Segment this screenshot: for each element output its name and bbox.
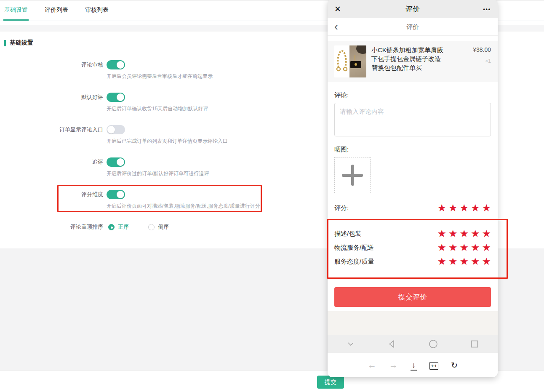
product-card: 小CK链条加粗加宽单肩腋下包手提包金属链子改造替换包包配件单买 ¥38.00 ×…	[328, 41, 498, 82]
download-icon[interactable]: ↓	[411, 361, 417, 371]
section-accent-bar	[4, 40, 6, 46]
photo-upload-button[interactable]	[334, 157, 371, 193]
sort-option-descending[interactable]: 倒序	[148, 223, 169, 231]
comment-audit-toggle[interactable]	[107, 60, 125, 69]
more-menu-icon[interactable]: •••	[474, 6, 491, 12]
star-icon[interactable]: ★	[471, 243, 480, 252]
wechat-titlebar: ✕ 评价 •••	[328, 0, 498, 18]
setting-label: 评论置顶排序	[0, 223, 103, 231]
navbar-title: 评价	[328, 18, 498, 36]
plus-icon	[351, 165, 354, 186]
star-icon[interactable]: ★	[482, 257, 491, 266]
dimension-label: 描述/包装	[334, 230, 361, 238]
order-comment-entry-toggle[interactable]	[107, 125, 125, 134]
product-price: ¥38.00	[473, 46, 491, 53]
dimension-star-rating[interactable]: ★★★★★	[435, 229, 491, 238]
star-icon[interactable]: ★	[482, 203, 491, 213]
setting-label: 评分维度	[0, 191, 103, 198]
rating-dimensions-list: 描述/包装 ★★★★★ 物流服务/配送 ★★★★★ 服务态度/质量 ★★★★★	[334, 229, 491, 270]
comment-input[interactable]	[334, 103, 491, 136]
default-good-review-toggle[interactable]	[107, 93, 125, 102]
rating-label: 评分:	[334, 204, 349, 212]
photo-label: 晒图:	[328, 146, 498, 154]
rating-dimensions-toggle[interactable]	[107, 190, 125, 199]
dimension-row-logistics-delivery: 物流服务/配送 ★★★★★	[334, 243, 491, 253]
close-icon[interactable]: ✕	[334, 4, 351, 14]
star-icon[interactable]: ★	[471, 203, 480, 213]
star-icon[interactable]: ★	[482, 229, 491, 238]
phone-navbar: ‹ 评价	[328, 18, 498, 36]
dimension-label: 物流服务/配送	[334, 244, 374, 252]
chevron-down-icon[interactable]	[345, 339, 356, 349]
product-quantity: ×1	[473, 58, 491, 64]
star-icon[interactable]: ★	[448, 243, 458, 252]
star-icon[interactable]: ★	[437, 243, 446, 252]
radio-label: 倒序	[158, 223, 169, 231]
phone-page-title: 评价	[351, 4, 474, 14]
dimension-row-service-quality: 服务态度/质量 ★★★★★	[334, 256, 491, 267]
star-icon[interactable]: ★	[459, 203, 469, 213]
star-icon[interactable]: ★	[448, 257, 458, 266]
radio-icon[interactable]	[108, 224, 115, 230]
model-photo	[349, 45, 366, 77]
star-icon[interactable]: ★	[471, 229, 480, 238]
submit-button[interactable]: 提交	[317, 376, 344, 389]
star-icon[interactable]: ★	[459, 229, 469, 238]
section-title: 基础设置	[10, 39, 33, 47]
spacer	[328, 307, 498, 311]
setting-label: 追评	[0, 158, 103, 166]
star-icon[interactable]: ★	[437, 257, 446, 266]
arrow-right-icon[interactable]: →	[389, 360, 398, 370]
tab-basic-settings[interactable]: 基础设置	[3, 1, 29, 21]
preview-toolbar: ← → ↓ 1:1 ↻	[328, 353, 498, 377]
tab-review-list[interactable]: 评价列表	[44, 1, 69, 21]
star-icon[interactable]: ★	[459, 243, 469, 252]
dimension-star-rating[interactable]: ★★★★★	[435, 257, 491, 266]
one-to-one-icon[interactable]: 1:1	[429, 362, 438, 370]
android-home-circle-icon[interactable]	[428, 339, 439, 349]
android-recents-square-icon[interactable]	[469, 339, 480, 349]
dimension-row-description-packaging: 描述/包装 ★★★★★	[334, 229, 491, 239]
star-icon[interactable]: ★	[448, 203, 458, 213]
spacer	[328, 36, 498, 41]
product-title: 小CK链条加粗加宽单肩腋下包手提包金属链子改造替换包包配件单买	[371, 45, 445, 77]
overall-star-rating[interactable]: ★★★★★	[435, 203, 491, 213]
android-navigation-bar	[328, 335, 498, 353]
dimension-star-rating[interactable]: ★★★★★	[435, 243, 491, 252]
tab-audit-list[interactable]: 审核列表	[84, 1, 109, 21]
star-icon[interactable]: ★	[471, 257, 480, 266]
submit-review-button[interactable]: 提交评价	[334, 287, 491, 307]
star-icon[interactable]: ★	[437, 229, 446, 238]
dimension-label: 服务态度/质量	[334, 258, 374, 266]
overall-rating-row: 评分: ★★★★★	[334, 203, 491, 213]
setting-label: 评论审核	[0, 61, 103, 69]
arrow-left-icon[interactable]: ←	[368, 360, 376, 370]
product-image	[334, 45, 366, 77]
sort-option-ascending[interactable]: 正序	[108, 223, 129, 231]
setting-label: 默认好评	[0, 93, 103, 101]
back-chevron-icon[interactable]: ‹	[334, 20, 338, 33]
star-icon[interactable]: ★	[482, 243, 491, 252]
phone-preview-panel: ✕ 评价 ••• ‹ 评价 小CK链条加粗加宽单肩腋下包手提包金属链子改造替换包…	[328, 0, 498, 377]
followup-review-toggle[interactable]	[107, 157, 125, 167]
star-icon[interactable]: ★	[459, 257, 469, 266]
chain-image	[334, 45, 349, 77]
star-icon[interactable]: ★	[448, 229, 458, 238]
refresh-icon[interactable]: ↻	[451, 360, 458, 370]
phone-page-background	[328, 311, 498, 335]
star-icon[interactable]: ★	[437, 203, 446, 213]
radio-label: 正序	[118, 223, 129, 231]
setting-label: 订单显示评论入口	[0, 126, 103, 133]
comment-label: 评论:	[328, 91, 498, 99]
radio-icon[interactable]	[148, 224, 155, 230]
android-back-triangle-icon[interactable]	[387, 339, 397, 349]
